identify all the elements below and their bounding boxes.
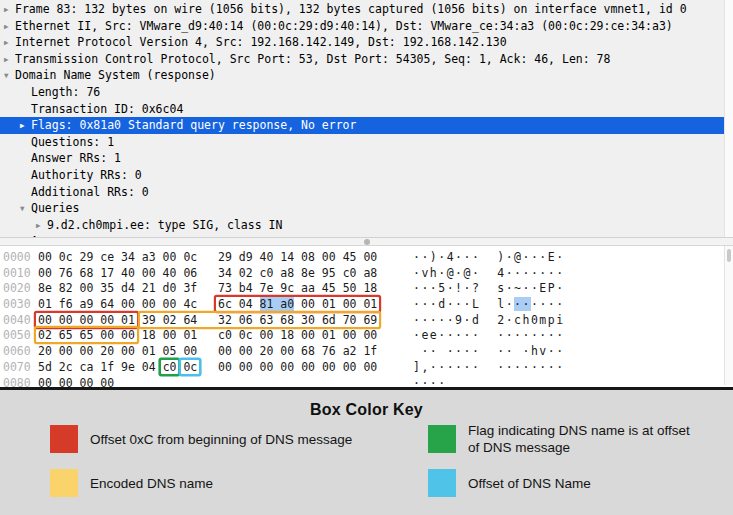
ascii-column: ·ee····· ········ <box>413 328 565 344</box>
hex-bytes[interactable]: 01 f6 a9 64 00 00 00 4c 6c 04 81 a0 00 0… <box>38 297 377 313</box>
ascii-segment: ···· <box>413 376 447 388</box>
chevron-down-icon[interactable]: ▼ <box>4 68 15 85</box>
hex-bytes[interactable]: 00 00 00 00 01 39 02 64 32 06 63 68 30 6… <box>38 313 377 329</box>
packet-tree-row[interactable]: ▶Frame 83: 132 bytes on wire (1056 bits)… <box>0 1 733 18</box>
hex-bytes[interactable]: 00 76 68 17 40 00 40 06 34 02 c0 a8 8e 9… <box>38 266 377 282</box>
green-swatch <box>428 425 456 453</box>
ascii-segment: ·· ···· ·· ·hv·· <box>413 344 565 358</box>
hex-row[interactable]: 00208e 82 00 35 d4 21 d0 3f 73 b4 7e 9c … <box>0 281 733 297</box>
packet-tree-label: Additional RRs: 0 <box>31 185 149 199</box>
chevron-right-icon[interactable]: ▶ <box>20 118 31 135</box>
scrollbar-track[interactable] <box>724 0 733 237</box>
key-label: Encoded DNS name <box>90 475 213 492</box>
hex-row[interactable]: 005002 65 65 00 00 18 00 01 c0 0c 00 18 … <box>0 328 733 344</box>
scrollbar-thumb[interactable] <box>727 249 731 262</box>
chevron-right-icon[interactable]: ▶ <box>36 218 47 235</box>
hex-bytes-segment: 01 f6 a9 64 00 00 00 4c <box>38 297 218 311</box>
packet-tree-label: Ethernet II, Src: VMware_d9:40:14 (00:0c… <box>15 19 673 33</box>
packet-tree-label: Questions: 1 <box>31 135 114 149</box>
hex-row[interactable]: 004000 00 00 00 01 39 02 64 32 06 63 68 … <box>0 313 733 329</box>
ascii-column: ··)·4··· )·@···E· <box>413 250 565 266</box>
hex-row[interactable]: 008000 00 00 00···· <box>0 376 733 388</box>
ascii-segment: ·ee····· ········ <box>413 328 565 342</box>
hex-offset: 0070 <box>3 360 31 376</box>
key-label: Offset 0xC from beginning of DNS message <box>90 431 352 448</box>
packet-tree-row[interactable]: ▶Ethernet II, Src: VMware_d9:40:14 (00:0… <box>0 18 733 35</box>
packet-tree-row[interactable]: ▶9.d2.ch0mpi.ee: type SIG, class IN <box>0 217 733 234</box>
hex-bytes[interactable]: 20 00 00 20 00 01 05 00 00 00 20 00 68 7… <box>38 344 377 360</box>
ascii-segment: ···d···L l· <box>413 297 514 311</box>
ascii-column: ···d···L l······· <box>413 297 565 313</box>
packet-tree-row[interactable]: Authority RRs: 0 <box>0 167 733 184</box>
annotation-box-red: 00 00 00 00 01 <box>36 313 137 327</box>
hex-row[interactable]: 00705d 2c ca 1f 9e 04 c0 0c 00 00 00 00 … <box>0 360 733 376</box>
ascii-segment: ],······ ········ <box>413 360 565 374</box>
chevron-right-icon[interactable]: ▶ <box>4 2 15 19</box>
hex-offset: 0040 <box>3 313 31 329</box>
packet-tree-row[interactable]: ▼Domain Name System (response) <box>0 67 733 84</box>
hex-bytes[interactable]: 5d 2c ca 1f 9e 04 c0 0c 00 00 00 00 00 0… <box>38 360 377 376</box>
ascii-column: ···5·!·? s·~··EP· <box>413 281 565 297</box>
packet-tree-label: Transmission Control Protocol, Src Port:… <box>15 52 610 66</box>
hex-bytes-segment: 20 00 00 20 00 01 05 00 00 00 20 00 68 7… <box>38 344 377 358</box>
hex-row[interactable]: 003001 f6 a9 64 00 00 00 4c 6c 04 81 a0 … <box>0 297 733 313</box>
hex-bytes-segment: 00 00 00 00 01 <box>38 313 135 327</box>
cyan-swatch <box>428 469 456 497</box>
hex-bytes[interactable]: 00 00 00 00 <box>38 376 114 388</box>
hex-bytes-segment: c0 <box>163 360 177 374</box>
hex-row[interactable]: 000000 0c 29 ce 34 a3 00 0c 29 d9 40 14 … <box>0 250 733 266</box>
key-item-yellow: Encoded DNS name <box>50 469 213 497</box>
yellow-swatch <box>50 469 78 497</box>
hex-bytes[interactable]: 00 0c 29 ce 34 a3 00 0c 29 d9 40 14 08 0… <box>38 250 377 266</box>
ascii-column: ·· ···· ·· ·hv·· <box>413 344 565 360</box>
packet-tree-label: Transaction ID: 0x6c04 <box>31 102 183 116</box>
hex-bytes-segment: 00 00 00 00 00 00 00 00 <box>197 360 377 374</box>
key-label: Offset of DNS Name <box>468 475 591 492</box>
packet-tree-label: Flags: 0x81a0 Standard query response, N… <box>31 118 356 132</box>
hex-bytes[interactable]: 8e 82 00 35 d4 21 d0 3f 73 b4 7e 9c aa 4… <box>38 281 377 297</box>
chevron-right-icon[interactable]: ▶ <box>4 19 15 36</box>
hex-bytes-segment: 8e 82 00 35 d4 21 d0 3f 73 b4 7e 9c aa 4… <box>38 281 377 295</box>
red-swatch <box>50 425 78 453</box>
ascii-column: ·vh·@·@· 4······· <box>413 266 565 282</box>
chevron-down-icon[interactable]: ▼ <box>20 201 31 218</box>
key-item-cyan: Offset of DNS Name <box>428 469 591 497</box>
packet-tree-label: Internet Protocol Version 4, Src: 192.16… <box>15 35 507 49</box>
splitter-handle-icon[interactable] <box>364 239 370 245</box>
hex-bytes-segment: 0c <box>183 360 197 374</box>
key-label: Flag indicating DNS name is at offset of… <box>468 422 700 456</box>
packet-tree-label: 9.d2.ch0mpi.ee: type SIG, class IN <box>47 218 282 232</box>
pane-splitter[interactable] <box>0 237 733 246</box>
hex-bytes[interactable]: 02 65 65 00 00 18 00 01 c0 0c 00 18 00 0… <box>38 328 377 344</box>
hex-offset: 0010 <box>3 266 31 282</box>
selected-bytes: 81 a0 <box>260 297 295 311</box>
packet-detail-pane: ▶Frame 83: 132 bytes on wire (1056 bits)… <box>0 0 733 237</box>
packet-tree-row[interactable]: Questions: 1 <box>0 134 733 151</box>
hex-bytes-segment: 18 00 01 c0 0c 00 18 00 01 00 00 <box>135 328 377 342</box>
packet-tree-row[interactable]: Length: 76 <box>0 84 733 101</box>
packet-tree-row[interactable]: ▶Internet Protocol Version 4, Src: 192.1… <box>0 34 733 51</box>
ascii-segment: ·····9·d 2·ch0mpi <box>413 313 565 327</box>
packet-tree-row[interactable]: Transaction ID: 0x6c04 <box>0 101 733 118</box>
chevron-right-icon[interactable]: ▶ <box>4 52 15 69</box>
hex-offset: 0080 <box>3 376 31 388</box>
packet-tree-row[interactable]: Answer RRs: 1 <box>0 150 733 167</box>
ascii-segment: ·vh·@·@· 4······· <box>413 266 565 280</box>
hex-offset: 0020 <box>3 281 31 297</box>
hex-bytes-segment: 00 76 68 17 40 00 40 06 34 02 c0 a8 8e 9… <box>38 266 377 280</box>
hex-bytes-segment: 39 02 64 32 06 63 68 30 6d 70 69 <box>142 313 377 327</box>
ascii-segment: ···5·!·? s·~··EP· <box>413 281 565 295</box>
hex-bytes-segment: 5d 2c ca 1f 9e 04 <box>38 360 163 374</box>
hex-row[interactable]: 001000 76 68 17 40 00 40 06 34 02 c0 a8 … <box>0 266 733 282</box>
packet-tree-row[interactable]: ▶Transmission Control Protocol, Src Port… <box>0 51 733 68</box>
annotation-box-yellow: 39 02 64 32 06 63 68 30 6d 70 69 <box>140 313 379 327</box>
packet-tree-row[interactable]: ▼Queries <box>0 200 733 217</box>
chevron-right-icon[interactable]: ▶ <box>4 35 15 52</box>
hex-row[interactable]: 006020 00 00 20 00 01 05 00 00 00 20 00 … <box>0 344 733 360</box>
hex-offset: 0050 <box>3 328 31 344</box>
packet-tree-row[interactable]: ▶Flags: 0x81a0 Standard query response, … <box>0 117 725 134</box>
packet-tree-row[interactable]: Additional RRs: 0 <box>0 184 733 201</box>
box-color-key-panel: Box Color Key Offset 0xC from beginning … <box>0 387 733 515</box>
ascii-column: ·····9·d 2·ch0mpi <box>413 313 565 329</box>
scrollbar-track[interactable] <box>724 246 733 385</box>
